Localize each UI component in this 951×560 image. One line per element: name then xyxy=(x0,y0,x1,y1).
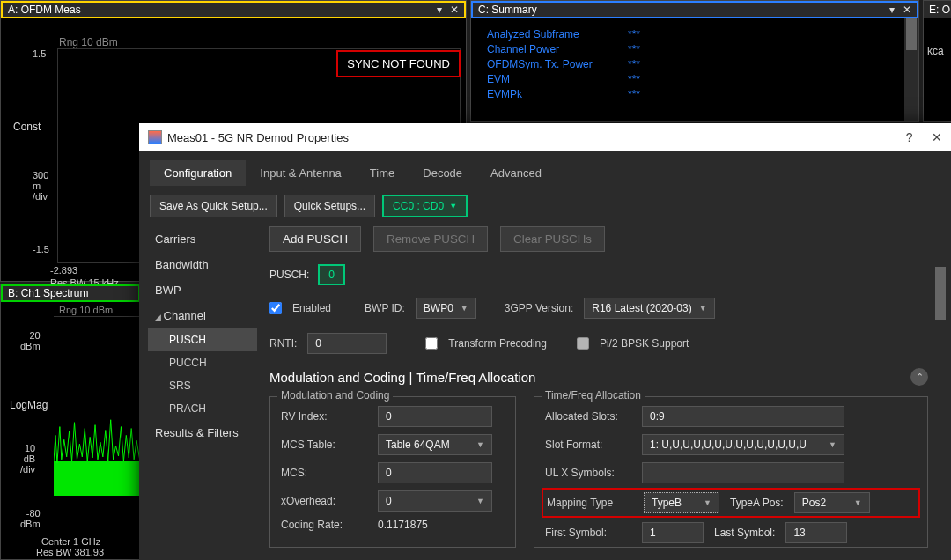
sidenav-prach[interactable]: PRACH xyxy=(148,397,257,420)
sidenav-srs[interactable]: SRS xyxy=(148,374,257,397)
mcstable-label: MCS Table: xyxy=(281,438,378,451)
bwpid-label: BWP ID: xyxy=(365,302,405,314)
sync-status: SYNC NOT FOUND xyxy=(336,50,461,77)
ulx-label: UL X Symbols: xyxy=(545,467,642,479)
codingrate-value: 0.1171875 xyxy=(378,519,505,531)
close-icon[interactable]: ✕ xyxy=(450,4,459,16)
chevron-down-icon: ▼ xyxy=(699,304,707,313)
side-nav: Carriers Bandwidth BWP Channel PUSCH PUC… xyxy=(139,226,257,560)
pusch-index[interactable]: 0 xyxy=(318,264,345,285)
gpp-label: 3GPP Version: xyxy=(505,302,574,314)
group-legend: Modulation and Coding xyxy=(277,389,393,402)
tab-configuration[interactable]: Configuration xyxy=(150,160,246,186)
rvindex-label: RV Index: xyxy=(281,410,378,423)
allocslots-input[interactable] xyxy=(642,406,844,427)
chevron-down-icon: ▼ xyxy=(476,440,484,449)
panel-b-title[interactable]: B: Ch1 Spectrum xyxy=(1,284,140,302)
clear-puschs-button[interactable]: Clear PUSCHs xyxy=(500,226,605,252)
typeapos-select[interactable]: Pos2▼ xyxy=(794,492,870,513)
dialog-tabs: Configuration Input & Antenna Time Decod… xyxy=(150,160,951,186)
chevron-down-icon: ▼ xyxy=(476,497,484,505)
logmag-label: LogMag xyxy=(10,399,48,411)
panel-a-title[interactable]: A: OFDM Meas ▾ ✕ xyxy=(1,1,466,18)
tab-time[interactable]: Time xyxy=(356,160,409,186)
sidenav-pucch[interactable]: PUCCH xyxy=(148,351,257,374)
sidenav-results-filters[interactable]: Results & Filters xyxy=(148,420,257,446)
quick-setups-button[interactable]: Quick Setups... xyxy=(284,195,375,217)
firstsym-input[interactable] xyxy=(642,522,704,543)
y-bot: -80 dBm xyxy=(20,508,41,529)
chevron-down-icon: ▼ xyxy=(854,498,862,507)
dropdown-icon[interactable]: ▾ xyxy=(437,4,442,16)
close-icon[interactable]: ✕ xyxy=(903,4,911,16)
scrollbar-thumb[interactable] xyxy=(935,267,946,320)
mcs-label: MCS: xyxy=(281,467,378,479)
spectrum-plot: Rng 10 dBm 20 dBm LogMag 10 dB /div -80 … xyxy=(1,302,140,559)
config-pane: Add PUSCH Remove PUSCH Clear PUSCHs PUSC… xyxy=(257,226,951,560)
tab-input-antenna[interactable]: Input & Antenna xyxy=(246,160,356,186)
add-pusch-button[interactable]: Add PUSCH xyxy=(269,226,361,252)
metric-row: Channel Power*** xyxy=(487,42,903,57)
chevron-down-icon: ▼ xyxy=(829,440,837,449)
sidenav-carriers[interactable]: Carriers xyxy=(148,226,257,252)
rnti-input[interactable] xyxy=(307,333,387,354)
chevron-down-icon: ▼ xyxy=(704,498,711,507)
bwpid-select[interactable]: BWP0▼ xyxy=(416,298,476,319)
range-label: Rng 10 dBm xyxy=(59,36,118,48)
mappingtype-select[interactable]: TypeB▼ xyxy=(644,492,719,513)
transform-precoding-checkbox[interactable] xyxy=(425,337,438,350)
xoverhead-select[interactable]: 0▼ xyxy=(378,490,492,512)
scrollbar[interactable] xyxy=(933,267,947,560)
tab-advanced[interactable]: Advanced xyxy=(476,160,556,186)
sidenav-channel[interactable]: Channel xyxy=(148,303,257,328)
svg-rect-0 xyxy=(54,461,140,496)
demod-properties-dialog: Meas01 - 5G NR Demod Properties ? ✕ Conf… xyxy=(139,123,951,560)
scrollbar-thumb[interactable] xyxy=(906,18,917,50)
mcstable-select[interactable]: Table 64QAM▼ xyxy=(378,434,492,455)
mcs-input[interactable] xyxy=(378,462,492,483)
range-label: Rng 10 dBm xyxy=(59,305,113,315)
lastsym-label: Last Symbol: xyxy=(714,527,775,539)
metric-row: EVM*** xyxy=(487,72,903,87)
sidenav-bandwidth[interactable]: Bandwidth xyxy=(148,252,257,277)
bpsk-label: Pi/2 BPSK Support xyxy=(600,337,689,350)
panel-ch1-spectrum: B: Ch1 Spectrum Rng 10 dBm 20 dBm LogMag… xyxy=(0,284,141,560)
sidenav-bwp[interactable]: BWP xyxy=(148,277,257,303)
slotformat-label: Slot Format: xyxy=(545,438,642,451)
rvindex-input[interactable] xyxy=(378,406,492,427)
help-icon[interactable]: ? xyxy=(906,130,913,144)
dialog-titlebar[interactable]: Meas01 - 5G NR Demod Properties ? ✕ xyxy=(139,123,951,151)
enabled-checkbox[interactable] xyxy=(269,302,282,314)
remove-pusch-button[interactable]: Remove PUSCH xyxy=(373,226,488,252)
slotformat-select[interactable]: 1: U,U,U,U,U,U,U,U,U,U,U,U,U,U▼ xyxy=(642,434,844,455)
typeapos-label: TypeA Pos: xyxy=(730,497,784,509)
metric-row: OFDMSym. Tx. Power*** xyxy=(487,57,903,72)
y-top: 1.5 xyxy=(33,48,46,59)
panel-a-title-text: A: OFDM Meas xyxy=(8,4,81,16)
chevron-down-icon: ▼ xyxy=(449,202,457,210)
lastsym-input[interactable] xyxy=(785,522,847,543)
dropdown-icon[interactable]: ▾ xyxy=(889,4,895,16)
save-quick-setup-button[interactable]: Save As Quick Setup... xyxy=(150,195,277,217)
pusch-label: PUSCH: xyxy=(269,269,309,281)
y-mid: 300 m /div xyxy=(33,170,48,202)
y-mid: 10 dB /div xyxy=(20,443,35,475)
chevron-down-icon: ▼ xyxy=(461,304,468,313)
sidenav-pusch[interactable]: PUSCH xyxy=(148,328,257,351)
metric-row: EVMPk*** xyxy=(487,87,903,102)
scrollbar[interactable] xyxy=(904,18,918,121)
y-top: 20 dBm xyxy=(20,330,41,351)
tab-decode[interactable]: Decode xyxy=(409,160,476,186)
rnti-label: RNTI: xyxy=(269,337,297,350)
close-icon[interactable]: ✕ xyxy=(932,130,942,144)
bpsk-checkbox xyxy=(577,337,589,350)
cc-selector[interactable]: CC0 : CD0 ▼ xyxy=(382,195,468,217)
allocslots-label: Allocated Slots: xyxy=(545,410,642,423)
panel-e-title[interactable]: E: O xyxy=(924,1,951,18)
dialog-title: Meas01 - 5G NR Demod Properties xyxy=(167,131,349,144)
panel-b-title-text: B: Ch1 Spectrum xyxy=(8,287,88,299)
gpp-select[interactable]: R16 Latest (2020-03)▼ xyxy=(584,298,714,319)
collapse-icon[interactable]: ⌃ xyxy=(910,368,928,386)
panel-c-title[interactable]: C: Summary ▾ ✕ xyxy=(471,1,918,18)
x-start: -2.893 xyxy=(50,265,77,276)
